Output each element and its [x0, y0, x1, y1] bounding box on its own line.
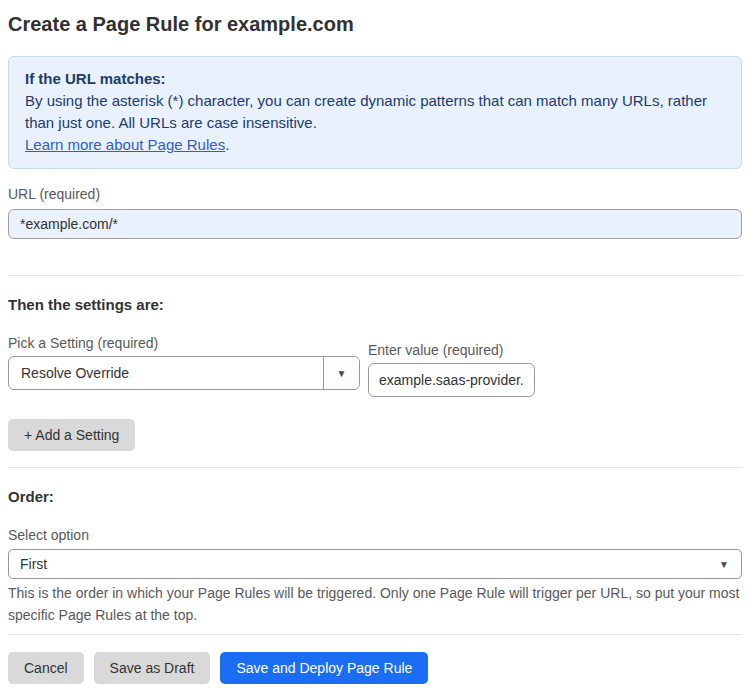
settings-row: Pick a Setting (required) Resolve Overri… — [8, 334, 742, 397]
setting-value-column: Enter value (required) — [368, 334, 535, 397]
settings-section-heading: Then the settings are: — [8, 296, 742, 314]
info-box-body: By using the asterisk (*) character, you… — [25, 90, 725, 134]
page-title: Create a Page Rule for example.com — [8, 12, 742, 36]
save-and-deploy-button[interactable]: Save and Deploy Page Rule — [220, 652, 428, 684]
order-select-value: First — [9, 556, 707, 572]
order-help-text: This is the order in which your Page Rul… — [8, 582, 742, 626]
info-box-link-line: Learn more about Page Rules. — [25, 134, 725, 156]
link-period: . — [225, 136, 229, 153]
setting-value-input[interactable] — [368, 363, 535, 397]
setting-select[interactable]: Resolve Override ▼ — [8, 356, 360, 390]
learn-more-link[interactable]: Learn more about Page Rules — [25, 136, 225, 153]
section-divider — [8, 275, 742, 276]
order-section-heading: Order: — [8, 488, 742, 506]
setting-select-label: Pick a Setting (required) — [8, 334, 360, 352]
setting-select-column: Pick a Setting (required) Resolve Overri… — [8, 334, 360, 390]
add-setting-button[interactable]: + Add a Setting — [8, 419, 135, 451]
url-input[interactable] — [8, 209, 742, 239]
footer-divider — [8, 634, 742, 635]
dropdown-arrow-icon: ▼ — [707, 559, 741, 570]
info-box-heading: If the URL matches: — [25, 68, 725, 90]
cancel-button[interactable]: Cancel — [8, 652, 84, 684]
url-match-info-box: If the URL matches: By using the asteris… — [8, 56, 742, 169]
value-field-label: Enter value (required) — [368, 341, 535, 359]
save-as-draft-button[interactable]: Save as Draft — [94, 652, 211, 684]
order-select[interactable]: First ▼ — [8, 549, 742, 579]
url-field-label: URL (required) — [8, 185, 742, 203]
section-divider — [8, 467, 742, 468]
dropdown-arrow-icon: ▼ — [323, 357, 359, 389]
footer-actions: Cancel Save as Draft Save and Deploy Pag… — [8, 652, 742, 684]
setting-select-value: Resolve Override — [9, 365, 323, 381]
order-select-label: Select option — [8, 526, 742, 544]
